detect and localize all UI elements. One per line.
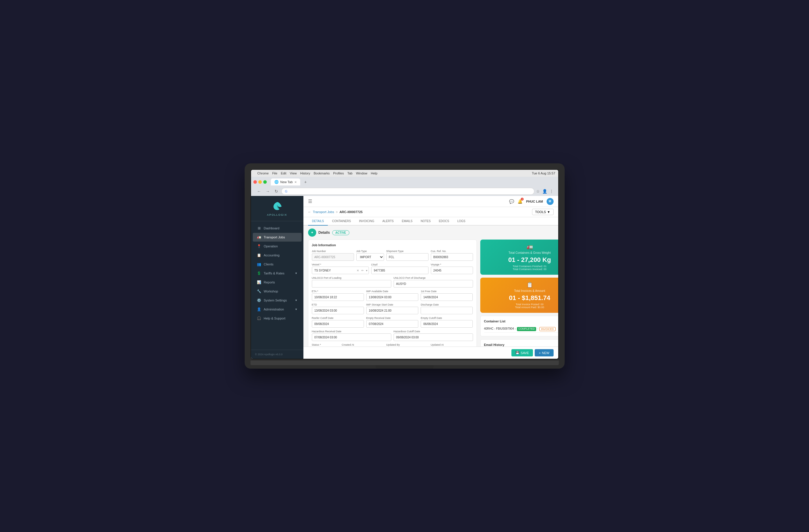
voyage-input[interactable] [431,267,473,274]
lloyd-input[interactable] [371,267,429,274]
menu-history[interactable]: History [300,172,310,175]
empty-cutoff-group: Empty Cutoff Date [420,317,473,327]
user-avatar[interactable]: M [547,198,554,205]
imp-storage-input[interactable] [366,307,418,314]
vessel-clear-btn[interactable]: ✕ [356,269,360,272]
discharge-group: Discharge Date [420,303,473,314]
vessel-edit-btn[interactable]: ✏ [360,269,365,272]
minimize-window-btn[interactable] [258,180,262,184]
form-row-1: Job Number Job Type IMPORT [312,250,473,261]
refresh-btn[interactable]: ↻ [273,189,279,194]
eta-input[interactable] [312,293,364,301]
vessel-input[interactable] [312,268,356,273]
tariffs-arrow-icon: ▼ [295,272,297,275]
sidebar-item-help[interactable]: 🎧 Help & Support [253,314,302,323]
empty-cutoff-input[interactable] [420,320,473,327]
job-number-input[interactable] [312,253,354,261]
notification-count: 1 [521,198,523,200]
breadcrumb-parent[interactable]: Transport Jobs [313,210,334,214]
containers-title: Total Containers & Gross Weight [484,251,558,254]
containers-sub2: Total Containers Invoiced: 00 [484,268,558,271]
first-free-input[interactable] [420,293,473,301]
eta-label: ETA * [312,290,364,293]
discharge-input[interactable] [420,307,473,314]
back-arrow-btn[interactable]: ← [308,210,311,214]
tab-containers[interactable]: CONTAINERS [328,217,355,226]
maximize-window-btn[interactable] [263,180,267,184]
sidebar-label-help: Help & Support [264,317,286,320]
sidebar-item-clients[interactable]: 👥 Clients [253,260,302,269]
menu-help[interactable]: Help [371,172,378,175]
email-history-card: Email History ✉ Tax Invoice - ARC-I00007… [480,339,558,347]
sidebar-item-workshop[interactable]: 🔧 Workshop [253,287,302,296]
sidebar-label-operation: Operation [264,245,278,248]
sidebar-item-transport-jobs[interactable]: 🚛 Transport Jobs [253,233,302,242]
url-input[interactable] [289,189,530,193]
sidebar-label-dashboard: Dashboard [264,227,279,230]
reefer-cutoff-input[interactable] [312,320,364,327]
menu-edit[interactable]: Edit [281,172,286,175]
new-btn[interactable]: + NEW [535,349,553,356]
menu-profiles[interactable]: Profiles [333,172,344,175]
tab-details[interactable]: DETAILS [308,217,328,226]
sidebar-item-operation[interactable]: 📍 Operation [253,242,302,251]
hazardous-receival-input[interactable] [312,334,391,341]
tab-edocs[interactable]: EDOCS [435,217,453,226]
sidebar-item-tariffs[interactable]: 💲 Tariffs & Rates ▼ [253,269,302,278]
menu-bookmarks[interactable]: Bookmarks [314,172,330,175]
unloco-loading-input[interactable] [312,280,391,287]
sidebar-item-administration[interactable]: 👤 Administration ▼ [253,305,302,314]
cus-ref-input[interactable] [431,253,473,261]
menu-view[interactable]: View [290,172,297,175]
forward-btn[interactable]: → [264,189,271,194]
form-row-5: ETD IMP Storage Start Date Discharge Dat… [312,303,473,314]
job-info-card: Job Information Job Number Job Type [308,240,477,347]
close-window-btn[interactable] [253,180,257,184]
tag-separator: - [537,327,538,331]
imp-available-input[interactable] [366,293,418,301]
menu-chrome[interactable]: Chrome [257,172,269,175]
tools-label: TOOLS [535,210,546,214]
invoices-sub1: Total Invoice Posted: 00 [484,303,558,306]
menu-tab[interactable]: Tab [347,172,352,175]
etd-input[interactable] [312,307,364,314]
reports-icon: 📊 [257,280,261,284]
profile-icon[interactable]: 👤 [542,189,547,194]
back-btn[interactable]: ← [256,189,263,194]
menu-icon[interactable]: ⋮ [550,189,554,194]
sidebar-item-accounting[interactable]: 📋 Accounting [253,251,302,260]
vessel-search-btn[interactable]: ▾ [365,269,368,272]
menu-file[interactable]: File [272,172,277,175]
tab-logs[interactable]: LOGS [453,217,469,226]
job-type-select[interactable]: IMPORT [356,253,384,261]
tab-notes[interactable]: NOTES [417,217,435,226]
address-bar[interactable]: G [281,188,534,195]
breadcrumb: ← Transport Jobs > ARC-I00007725 [308,210,363,214]
bookmark-icon[interactable]: ☆ [536,189,540,194]
hazardous-cutoff-input[interactable] [394,334,473,341]
menu-window[interactable]: Window [356,172,367,175]
detail-icon-btn[interactable]: ✦ [308,229,316,237]
tab-alerts[interactable]: ALERTS [378,217,398,226]
browser-tab[interactable]: 🌐 New Tab ✕ [271,178,300,185]
save-btn[interactable]: 💾 SAVE [512,349,533,356]
empty-receival-input[interactable] [366,320,418,327]
sidebar-item-dashboard[interactable]: ⊞ Dashboard [253,224,302,233]
tools-btn[interactable]: TOOLS ▼ [532,209,554,215]
help-icon: 🎧 [257,316,261,320]
chat-icon[interactable]: 💬 [509,199,514,204]
tab-invoicing[interactable]: INVOICING [355,217,378,226]
sidebar-item-reports[interactable]: 📊 Reports [253,278,302,287]
form-row-7: Hazardous Receival Date Hazardous Cutoff… [312,330,473,341]
close-tab-btn[interactable]: ✕ [294,180,297,184]
voyage-group: Voyage * [431,263,473,274]
unloco-discharge-input[interactable] [394,280,473,287]
shipment-type-input[interactable] [386,253,429,261]
notification-badge[interactable]: 🔔 1 [517,199,522,204]
sidebar-item-system-settings[interactable]: ⚙️ System Settings ▼ [253,296,302,305]
unloco-discharge-label: UNLOCO Port of Discharge [394,277,473,279]
hamburger-btn[interactable]: ☰ [308,198,312,204]
new-tab-btn[interactable]: + [302,178,309,185]
shipment-type-group: Shipment Type [386,250,429,261]
tab-emails[interactable]: EMAILS [398,217,417,226]
